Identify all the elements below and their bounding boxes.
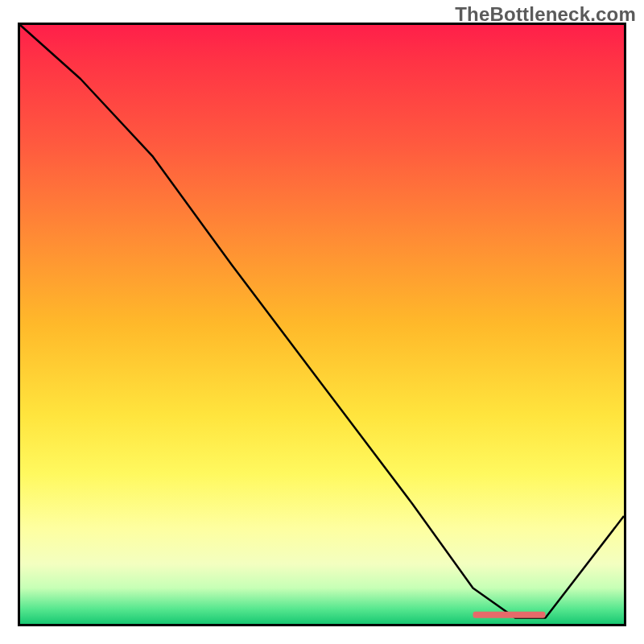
optimal-marker (473, 612, 546, 618)
marker-layer (20, 25, 624, 624)
axis-bottom (18, 624, 626, 626)
chart-frame: TheBottleneck.com (0, 0, 644, 644)
plot-area (18, 23, 626, 626)
watermark-text: TheBottleneck.com (455, 3, 636, 26)
axis-left (18, 23, 20, 626)
